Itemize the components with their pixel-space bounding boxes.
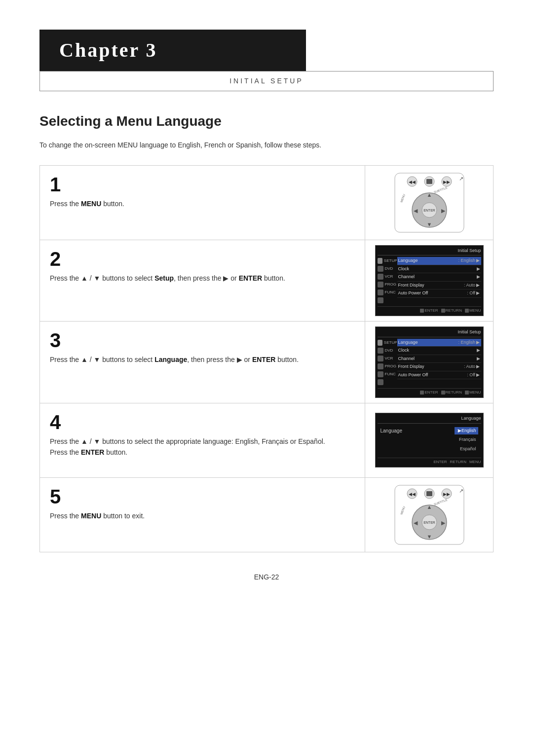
step-number-5: 5 bbox=[50, 487, 355, 506]
sidebar-prog-3: PROG bbox=[378, 362, 397, 370]
svg-text:▼: ▼ bbox=[426, 534, 432, 540]
menu-content-3: Language : English ▶ Clock ▶ Channel ▶ bbox=[397, 339, 481, 386]
menu-content-2: Language : English ▶ Clock ▶ Channel ▶ bbox=[397, 257, 481, 304]
return-icon-3 bbox=[441, 391, 445, 395]
step-number-1: 1 bbox=[50, 175, 355, 194]
lang-option-francais: Français bbox=[455, 436, 478, 444]
lang-option-english: :▶English bbox=[455, 427, 478, 435]
menu-screen-2: Initial Setup SETUP DVD VCR bbox=[375, 245, 484, 317]
footer-enter: ENTER bbox=[420, 308, 438, 314]
lang-body: Language :▶English Français Español bbox=[378, 425, 481, 455]
dvd-icon-3 bbox=[378, 348, 383, 354]
step-number-2: 2 bbox=[50, 249, 355, 269]
step-row-3: 3 Press the ▲ / ▼ buttons to select Lang… bbox=[39, 322, 494, 403]
footer-menu: MENU bbox=[465, 308, 481, 314]
svg-text:▼: ▼ bbox=[426, 221, 432, 227]
sidebar-extra-3 bbox=[378, 378, 397, 386]
footer-return: RETURN bbox=[441, 308, 462, 314]
step-left-5: 5 Press the MENU button to exit. bbox=[40, 478, 365, 530]
section-intro: To change the on-screen MENU language to… bbox=[39, 140, 494, 150]
svg-text:▶▶: ▶▶ bbox=[443, 492, 450, 497]
lang-label: Language bbox=[381, 427, 403, 434]
menu-row-clock: Clock ▶ bbox=[397, 265, 481, 274]
enter-icon bbox=[420, 309, 424, 313]
step-number-4: 4 bbox=[50, 412, 355, 432]
svg-rect-21 bbox=[426, 491, 432, 496]
svg-text:↗: ↗ bbox=[459, 176, 463, 181]
svg-text:▶: ▶ bbox=[441, 208, 446, 214]
footer-return-3: RETURN bbox=[441, 390, 462, 396]
setup-icon bbox=[378, 258, 382, 264]
step-number-3: 3 bbox=[50, 330, 355, 350]
sidebar-extra bbox=[378, 296, 397, 304]
svg-text:SUBTITLE: SUBTITLE bbox=[433, 186, 448, 193]
enter-icon-3 bbox=[420, 391, 424, 395]
step-illustration-2: Initial Setup SETUP DVD VCR bbox=[365, 240, 493, 322]
menu-icon bbox=[465, 309, 469, 313]
svg-text:◀◀: ◀◀ bbox=[409, 180, 416, 184]
page-number: ENG-22 bbox=[39, 572, 494, 582]
step-illustration-5: ◀◀ ▶▶ ↗ ▲ ▼ ◀ ▶ ENTER SUBTITLE MENU bbox=[365, 478, 493, 552]
step-row-1: 1 Press the MENU button. ◀◀ ▶▶ ↗ bbox=[39, 165, 494, 240]
sidebar-dvd-3: DVD bbox=[378, 347, 397, 355]
step-text-1: Press the MENU button. bbox=[50, 198, 355, 209]
step-row-4: 4 Press the ▲ / ▼ buttons to select the … bbox=[39, 403, 494, 478]
extra-icon-3 bbox=[378, 379, 383, 385]
menu-row-channel: Channel ▶ bbox=[397, 273, 481, 282]
lang-screen: Language Language :▶English Français Esp… bbox=[375, 413, 484, 468]
menu-body-3: SETUP DVD VCR PROG bbox=[378, 339, 481, 386]
extra-icon bbox=[378, 297, 383, 303]
footer-enter-4: ENTER bbox=[433, 459, 447, 465]
lang-title: Language bbox=[378, 415, 481, 424]
svg-rect-4 bbox=[426, 179, 432, 184]
func-icon-3 bbox=[378, 371, 383, 377]
step-illustration-3: Initial Setup SETUP DVD VCR bbox=[365, 322, 493, 403]
menu-title-3: Initial Setup bbox=[378, 329, 481, 337]
sidebar-func-3: FUNC bbox=[378, 370, 397, 378]
chapter-subtitle-box: Initial Setup bbox=[39, 71, 494, 91]
svg-text:▶▶: ▶▶ bbox=[443, 180, 450, 184]
return-icon bbox=[441, 309, 445, 313]
svg-text:▲: ▲ bbox=[426, 504, 432, 510]
page-container: Chapter 3 Initial Setup Selecting a Menu… bbox=[0, 30, 533, 756]
menu-sidebar-3: SETUP DVD VCR PROG bbox=[378, 339, 397, 386]
footer-menu-4: MENU bbox=[469, 459, 481, 465]
step-text-3: Press the ▲ / ▼ buttons to select Langua… bbox=[50, 354, 355, 365]
func-icon bbox=[378, 289, 383, 295]
svg-text:ENTER: ENTER bbox=[423, 521, 435, 524]
svg-text:↗: ↗ bbox=[459, 488, 463, 494]
menu-row-channel-3: Channel ▶ bbox=[397, 355, 481, 363]
prog-icon-3 bbox=[378, 363, 383, 369]
step-left-4: 4 Press the ▲ / ▼ buttons to select the … bbox=[40, 403, 365, 467]
menu-row-front-3: Front Display : Auto ▶ bbox=[397, 363, 481, 371]
step-left-1: 1 Press the MENU button. bbox=[40, 166, 365, 218]
svg-text:◀: ◀ bbox=[414, 208, 418, 214]
menu-icon-3 bbox=[465, 391, 469, 395]
footer-enter-3: ENTER bbox=[420, 390, 438, 396]
menu-row-language: Language : English ▶ bbox=[397, 257, 481, 265]
menu-screen-3: Initial Setup SETUP DVD VCR bbox=[375, 326, 484, 398]
step-text-5: Press the MENU button to exit. bbox=[50, 510, 355, 521]
prog-icon bbox=[378, 282, 383, 288]
menu-row-clock-3: Clock ▶ bbox=[397, 347, 481, 355]
menu-title-2: Initial Setup bbox=[378, 248, 481, 256]
sidebar-setup: SETUP bbox=[378, 257, 397, 265]
menu-row-auto-3: Auto Power Off : Off ▶ bbox=[397, 371, 481, 380]
step-row-2: 2 Press the ▲ / ▼ buttons to select Setu… bbox=[39, 240, 494, 322]
chapter-header: Chapter 3 Initial Setup bbox=[39, 30, 494, 91]
menu-row-front-display: Front Display : Auto ▶ bbox=[397, 282, 481, 290]
sidebar-func: FUNC bbox=[378, 288, 397, 296]
section-title: Selecting a Menu Language bbox=[39, 111, 494, 132]
step-illustration-1: ◀◀ ▶▶ ↗ ▲ ▼ ◀ ▶ ENTER SUBTITLE bbox=[365, 166, 493, 240]
menu-footer-2: ENTER RETURN MENU bbox=[378, 306, 481, 314]
svg-text:ENTER: ENTER bbox=[423, 209, 435, 212]
svg-text:MENU: MENU bbox=[400, 506, 406, 515]
lang-option-espanol: Español bbox=[455, 445, 478, 453]
vcr-icon bbox=[378, 274, 383, 280]
remote-illustration-1: ◀◀ ▶▶ ↗ ▲ ▼ ◀ ▶ ENTER SUBTITLE bbox=[380, 171, 479, 235]
dvd-icon bbox=[378, 266, 383, 272]
footer-menu-3: MENU bbox=[465, 390, 481, 396]
sidebar-dvd: DVD bbox=[378, 265, 397, 273]
menu-footer-3: ENTER RETURN MENU bbox=[378, 388, 481, 396]
step-text-2: Press the ▲ / ▼ buttons to select Setup,… bbox=[50, 273, 355, 284]
